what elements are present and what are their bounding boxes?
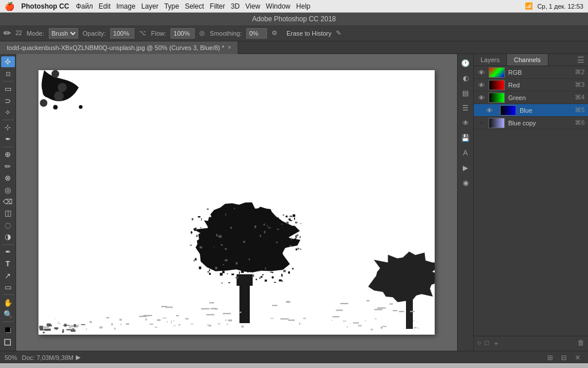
doc-info: Doc: 7,03M/9,38M ▶ (22, 354, 80, 361)
mode-select[interactable]: Brush (49, 28, 78, 39)
document-tab[interactable]: todd-quackenbush-XBxQZLNBM0Q-unsplash.jp… (0, 41, 238, 54)
zoom-level: 50% (5, 354, 17, 361)
options-bar: ✏ 22 Mode: Brush Opacity: ⌥ Flow: ◎ Smoo… (0, 25, 588, 41)
move-tool[interactable]: ✜ (1, 56, 15, 67)
visibility-blue[interactable]: 👁 (485, 107, 493, 114)
document-canvas[interactable] (38, 70, 435, 335)
menu-bar: 🍎 Photoshop CC Файл Edit Image Layer Typ… (0, 0, 588, 13)
save-button[interactable]: 💾 (459, 131, 473, 145)
hand-tool[interactable]: ✋ (1, 297, 15, 308)
background-color[interactable]: □ (1, 336, 15, 348)
title-bar: Adobe Photoshop CC 2018 (0, 13, 588, 25)
brush-preset-button[interactable]: ◉ (459, 176, 473, 190)
opacity-icon: ⌥ (139, 29, 146, 37)
channel-red[interactable]: 👁 Red ⌘3 (474, 79, 588, 91)
history-brush-tool[interactable]: ◎ (1, 184, 15, 195)
blur-tool[interactable]: ◌ (1, 220, 15, 231)
visibility-green[interactable]: 👁 (477, 94, 485, 101)
eye-button[interactable]: 👁 (459, 116, 473, 130)
lasso-tool[interactable]: ⊃ (1, 95, 15, 106)
tab-layers[interactable]: Layers (474, 54, 507, 66)
new-channel-button[interactable]: ＋ (493, 339, 500, 348)
channel-shortcut-rgb: ⌘2 (575, 68, 585, 76)
artboard-tool[interactable]: ⊡ (1, 68, 15, 79)
tab-channels[interactable]: Channels (507, 54, 548, 66)
minimize-button[interactable]: ⊟ (558, 352, 570, 363)
menu-file[interactable]: Файл (76, 2, 93, 10)
healing-brush-tool[interactable]: ⊕ (1, 149, 15, 160)
channel-name-blue: Blue (520, 107, 571, 114)
text-tool[interactable]: T (1, 258, 15, 269)
doc-size: Doc: 7,03M/9,38M (22, 354, 74, 361)
crop-tool[interactable]: ⊹ (1, 122, 15, 133)
foreground-color[interactable]: ■ (1, 324, 15, 336)
menu-layer[interactable]: Layer (141, 2, 158, 10)
brush-size-display: 22 (16, 30, 22, 36)
visibility-red[interactable]: 👁 (477, 82, 485, 89)
channel-name-red: Red (508, 82, 571, 89)
pen-tool[interactable]: ✒ (1, 247, 15, 258)
brush-icon: ✏ (3, 28, 11, 39)
menu-window[interactable]: Window (266, 2, 291, 10)
adjustments-button[interactable]: ◐ (459, 71, 473, 85)
smoothing-input[interactable] (246, 28, 267, 39)
panel-menu-icon[interactable]: ☰ (577, 55, 585, 64)
history-button[interactable]: 🕐 (459, 56, 473, 70)
eyedropper-tool[interactable]: ✒ (1, 134, 15, 145)
bottom-right-strip: ⊞ ⊟ ✕ (544, 352, 583, 363)
menu-3d[interactable]: 3D (231, 2, 239, 10)
menu-view[interactable]: View (245, 2, 260, 10)
text-button[interactable]: A (459, 146, 473, 160)
left-toolbar: ✜ ⊡ ▭ ⊃ ✧ ⊹ ✒ ⊕ ✏ ⊗ ◎ ⌫ ◫ ◌ ◑ ✒ T ↗ ▭ ✋ … (0, 54, 16, 351)
flow-input[interactable] (171, 28, 195, 39)
channel-green[interactable]: 👁 Green ⌘4 (474, 91, 588, 104)
app-name: Photoshop CC (21, 2, 69, 10)
close-tab-button[interactable]: × (228, 44, 231, 51)
menu-filter[interactable]: Filter (210, 2, 225, 10)
airbrush-icon: ◎ (199, 29, 205, 37)
layers-button[interactable]: ▤ (459, 86, 473, 100)
apple-menu[interactable]: 🍎 (5, 2, 14, 11)
gradient-tool[interactable]: ◫ (1, 208, 15, 218)
channel-blue[interactable]: 👁 Blue ⌘5 (474, 104, 588, 117)
menu-select[interactable]: Select (185, 2, 204, 10)
clone-stamp-tool[interactable]: ⊗ (1, 172, 15, 183)
eraser-tool[interactable]: ⌫ (1, 196, 15, 207)
wifi-icon: 📶 (525, 2, 533, 10)
mode-label: Mode: (26, 30, 44, 37)
delete-channel-button[interactable]: 🗑 (578, 339, 585, 348)
smoothing-label: Smoothing: (210, 30, 242, 37)
load-channel-button[interactable]: ○ (477, 339, 481, 348)
channel-rgb[interactable]: 👁 RGB ⌘2 (474, 66, 588, 79)
actions-button[interactable]: ▶ (459, 161, 473, 175)
channel-blue-copy[interactable]: 👁 Blue copy ⌘6 (474, 117, 588, 129)
path-selection-tool[interactable]: ↗ (1, 270, 15, 281)
dodge-tool[interactable]: ◑ (1, 231, 15, 242)
magic-wand-tool[interactable]: ✧ (1, 107, 15, 118)
canvas-area[interactable] (16, 54, 457, 351)
zoom-tool[interactable]: 🔍 (1, 309, 15, 320)
panel-tabs: Layers Channels ☰ (474, 54, 588, 66)
save-selection-button[interactable]: □ (485, 339, 489, 348)
channel-thumb-red (489, 80, 505, 90)
close-button[interactable]: ✕ (572, 352, 583, 363)
channel-list: 👁 RGB ⌘2 👁 Red ⌘3 👁 Green ⌘4 👁 (474, 66, 588, 336)
panel-bottom-toolbar: ○ □ ＋ 🗑 (474, 336, 588, 351)
visibility-rgb[interactable]: 👁 (477, 69, 485, 76)
channel-name-green: Green (508, 94, 571, 101)
menu-image[interactable]: Image (117, 2, 136, 10)
tab-filename: todd-quackenbush-XBxQZLNBM0Q-unsplash.jp… (7, 44, 225, 51)
menu-type[interactable]: Type (164, 2, 179, 10)
info-arrow[interactable]: ▶ (76, 354, 80, 361)
arrange-button[interactable]: ⊞ (544, 352, 556, 363)
brush-tool[interactable]: ✏ (1, 160, 15, 171)
channels-button[interactable]: ☰ (459, 101, 473, 115)
menu-help[interactable]: Help (296, 2, 311, 10)
visibility-blue-copy[interactable]: 👁 (477, 120, 485, 126)
menu-edit[interactable]: Edit (99, 2, 111, 10)
rectangular-marquee-tool[interactable]: ▭ (1, 83, 15, 94)
shape-tool[interactable]: ▭ (1, 282, 15, 293)
opacity-input[interactable] (110, 28, 134, 39)
opacity-label: Opacity: (83, 30, 106, 37)
right-icon-strip: 🕐 ◐ ▤ ☰ 👁 💾 A ▶ ◉ (457, 54, 473, 351)
